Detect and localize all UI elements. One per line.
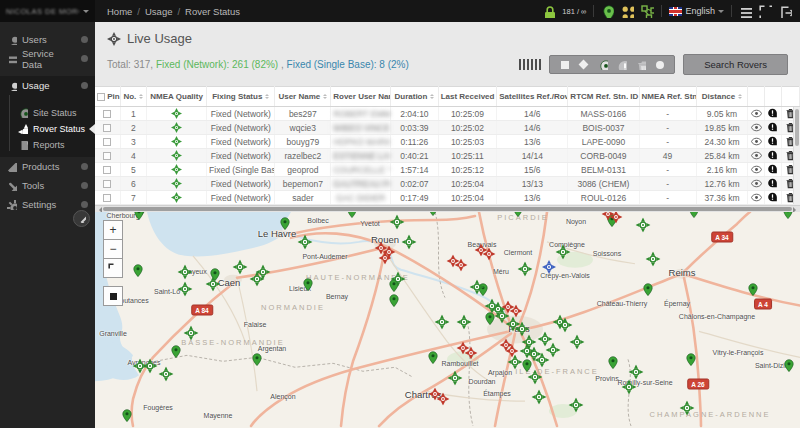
col-last-received[interactable]: Last Received [438,87,497,107]
col-duration[interactable]: Duration [391,87,438,107]
rover-fixed-marker[interactable] [569,398,584,413]
map-site-pin-marker[interactable] [782,212,795,219]
rover-dgps-marker[interactable] [542,260,556,274]
zoom-in-button[interactable]: + [103,220,123,240]
sidebar-item-reports[interactable]: Reports [0,137,95,153]
rover-fixed-marker[interactable] [680,401,695,416]
rover-fixed-marker[interactable] [485,299,500,314]
sidebar-item-tools[interactable]: Tools [0,176,95,195]
map-site-pin-marker[interactable] [279,217,292,230]
map-site-pin-marker[interactable] [132,264,145,277]
table-row[interactable]: 3 Fixed (Network) bouyg79 HOPKO MARION 0… [95,135,800,149]
sidebar-item-service-data[interactable]: Service Data [0,49,95,68]
message-all-button[interactable] [616,59,627,70]
sidebar-item-products[interactable]: Products [0,157,95,176]
view-rover-button[interactable] [751,192,762,203]
message-rover-button[interactable] [767,122,778,133]
message-rover-button[interactable] [767,108,778,119]
rover-unfixed-marker[interactable] [465,347,478,360]
map-site-pin-marker[interactable] [302,278,315,291]
rover-fixed-marker[interactable] [178,265,193,280]
map-site-pin-marker[interactable] [170,345,183,358]
table-vertical-scrollbar[interactable] [793,107,800,204]
col-nmea-ref[interactable]: NMEA Ref. Stn. ID [639,87,696,107]
rover-unfixed-marker[interactable] [610,212,623,224]
delete-all-button[interactable] [635,59,646,70]
sidebar-item-rover-status[interactable]: Rover Status [0,121,95,137]
col-nmea-quality[interactable]: NMEA Quality [147,87,207,107]
col-pin[interactable]: Pin [95,87,120,107]
row-checkbox[interactable] [103,138,111,146]
view-rover-button[interactable] [751,122,762,133]
filter-square-button[interactable] [559,59,570,70]
rover-fixed-marker[interactable] [143,359,158,374]
map-site-pin-marker[interactable] [427,212,440,216]
map-site-pin-marker[interactable] [642,283,655,296]
language-selector[interactable]: English [669,6,724,16]
rover-fixed-marker[interactable] [629,365,644,380]
row-checkbox[interactable] [103,124,111,132]
map-site-pin-marker[interactable] [427,351,440,364]
site-marker-icon[interactable] [601,5,614,18]
rover-unfixed-marker[interactable] [379,252,392,265]
rover-fixed-marker[interactable] [448,371,463,386]
rover-fixed-marker[interactable] [558,318,573,333]
map-site-pin-marker[interactable] [607,356,620,369]
row-checkbox[interactable] [103,166,111,174]
rover-fixed-marker[interactable] [159,367,174,382]
map-site-pin-marker[interactable] [747,283,760,296]
table-row[interactable]: 6 Fixed (Network) bepemon7 GAUTREAU PEDR… [95,177,800,191]
rover-fixed-marker[interactable] [435,315,450,330]
table-row[interactable]: 7 Fixed (Network) sader GAC DIDIER 0:17:… [95,191,800,205]
rover-fixed-marker[interactable] [646,252,661,267]
rover-fixed-marker[interactable] [622,380,637,395]
zoom-out-button[interactable]: − [103,239,123,259]
rover-fixed-marker[interactable] [390,215,405,230]
rover-unfixed-marker[interactable] [437,393,450,406]
map-site-pin-marker[interactable] [346,212,359,218]
map-site-pin-marker[interactable] [251,353,264,366]
row-checkbox[interactable] [103,152,111,160]
map-site-pin-marker[interactable] [512,212,525,217]
network-nodes-icon[interactable] [641,5,654,18]
sidebar-collapse-button[interactable] [73,210,90,227]
filter-diamond-button[interactable] [578,59,589,70]
row-checkbox[interactable] [103,180,111,188]
rover-fixed-marker[interactable] [391,272,406,287]
rover-fixed-marker[interactable] [298,235,313,250]
rover-unfixed-marker[interactable] [506,345,519,358]
rover-fixed-marker[interactable] [457,315,472,330]
rover-fixed-marker[interactable] [184,326,199,341]
row-checkbox[interactable] [103,110,111,118]
rover-fixed-marker[interactable] [528,370,543,385]
menu-icon[interactable] [739,5,752,18]
sidebar-item-users[interactable]: Users [0,30,95,49]
user-menu[interactable]: NICOLAS DE MORGEN [0,0,95,22]
view-rover-button[interactable] [751,108,762,119]
rover-unfixed-marker[interactable] [455,259,468,272]
map-site-pin-marker[interactable] [783,359,796,372]
col-rtcm-ref[interactable]: RTCM Ref. Stn. ID [568,87,639,107]
row-checkbox[interactable] [103,194,111,202]
rover-fixed-marker[interactable] [470,280,485,295]
message-rover-button[interactable] [767,150,778,161]
sidebar-item-usage[interactable]: Usage [0,76,95,95]
table-row[interactable]: 4 Fixed (Network) razelbec2 ESTIENNE LAU… [95,149,800,163]
table-row[interactable]: 1 Fixed (Network) bes297 ROBERT EMMANUEL… [95,107,800,121]
rover-fixed-marker[interactable] [518,262,533,277]
col-user-name[interactable]: User Name [275,87,331,107]
logout-icon[interactable] [779,5,792,18]
breadcrumb-usage[interactable]: Usage [145,6,172,17]
map-site-pin-marker[interactable] [688,212,701,218]
rover-fixed-marker[interactable] [233,260,248,275]
density-bars-icon[interactable] [519,59,541,70]
message-rover-button[interactable] [767,164,778,175]
view-rover-button[interactable] [751,136,762,147]
map-site-pin-marker[interactable] [133,212,146,220]
map-site-pin-marker[interactable] [685,353,698,366]
fullscreen-icon[interactable] [759,5,772,18]
filter-circle-button[interactable] [654,59,665,70]
col-distance[interactable]: Distance [696,87,748,107]
view-rover-button[interactable] [751,178,762,189]
rover-unfixed-marker[interactable] [483,248,496,261]
